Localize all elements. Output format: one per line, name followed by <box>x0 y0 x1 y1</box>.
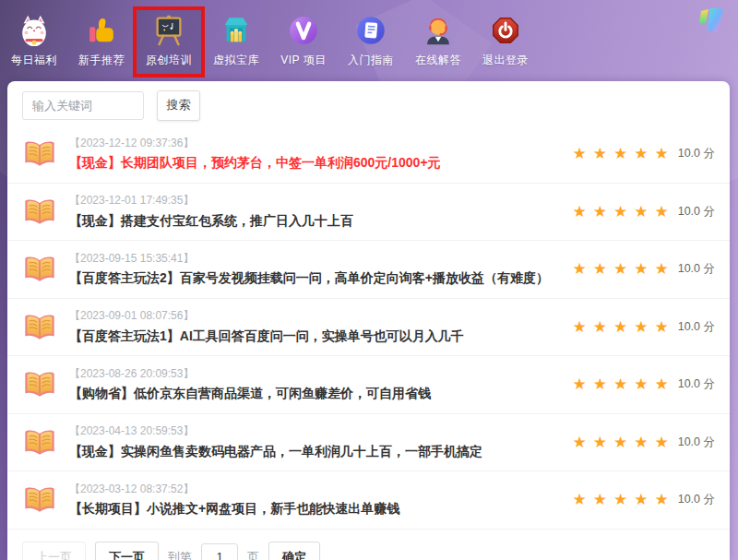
open-book-icon <box>22 369 57 399</box>
open-book-icon <box>22 427 57 458</box>
list-item[interactable]: 【2023-09-15 15:35:41】 【百度答主玩法2】百家号发视频挂载问… <box>7 241 730 299</box>
item-score: 10.0 分 <box>678 376 715 392</box>
open-book-icon <box>22 197 57 227</box>
list-item[interactable]: 【2023-09-01 08:07:56】 【百度答主玩法1】AI工具回答百度问… <box>7 299 730 357</box>
item-rating: ★★★★★ 10.0 分 <box>572 492 715 507</box>
item-date: 【2023-08-26 20:09:53】 <box>69 367 561 382</box>
nav-item-label: 在线解答 <box>415 53 461 68</box>
star-icon: ★ <box>613 376 627 392</box>
list-item[interactable]: 【2023-03-12 08:37:52】 【长期项目】小说推文+网盘项目，新手… <box>7 471 730 530</box>
star-icon: ★ <box>593 492 607 507</box>
star-icon: ★ <box>634 204 648 220</box>
lucky-cat-icon <box>17 13 52 48</box>
item-rating: ★★★★★ 10.0 分 <box>572 204 715 220</box>
star-icon: ★ <box>613 319 627 335</box>
star-icon: ★ <box>634 492 648 507</box>
nav-item-support-agent[interactable]: 在线解答 <box>406 10 470 74</box>
item-date: 【2023-03-12 08:37:52】 <box>69 483 561 497</box>
star-icon: ★ <box>654 261 668 277</box>
pagination: 上一页 下一页 到第 页 确定 <box>7 530 730 560</box>
star-icon: ★ <box>654 204 668 220</box>
blackboard-icon <box>151 13 186 48</box>
star-icon: ★ <box>634 146 648 161</box>
item-title[interactable]: 【百度答主玩法2】百家号发视频挂载问一问，高单价定向询客+播放收益（有难度） <box>69 269 561 286</box>
star-icon: ★ <box>613 261 627 277</box>
star-icon: ★ <box>654 492 668 507</box>
item-rating: ★★★★★ 10.0 分 <box>572 146 715 161</box>
rainbow-logo-icon <box>696 6 728 35</box>
item-score: 10.0 分 <box>678 146 715 161</box>
star-icon: ★ <box>613 146 627 161</box>
nav-item-lucky-cat[interactable]: 每日福利 <box>2 10 66 74</box>
nav-item-treasure-store[interactable]: 虚拟宝库 <box>204 10 268 74</box>
search-button[interactable]: 搜索 <box>157 90 200 121</box>
star-icon: ★ <box>634 376 648 392</box>
item-rating: ★★★★★ 10.0 分 <box>572 376 715 392</box>
item-score: 10.0 分 <box>678 435 715 450</box>
item-score: 10.0 分 <box>678 261 715 277</box>
power-logout-icon <box>488 13 523 48</box>
top-nav: 每日福利 新手推荐 原创培训 虚拟宝库 VIP 项目 入门指南 在线解答 退出登… <box>0 0 738 81</box>
confirm-page-button[interactable]: 确定 <box>268 542 320 560</box>
item-title[interactable]: 【长期项目】小说推文+网盘项目，新手也能快速出单赚钱 <box>69 500 561 517</box>
item-title[interactable]: 【现金】搭建支付宝红包系统，推广日入几十上百 <box>69 212 561 229</box>
star-icon: ★ <box>654 146 668 161</box>
star-icon: ★ <box>654 376 668 392</box>
star-rating: ★★★★★ <box>572 204 668 220</box>
vip-badge-icon <box>286 13 321 48</box>
item-title[interactable]: 【现金】长期团队项目，预约茅台，中签一单利润600元/1000+元 <box>69 154 561 171</box>
support-agent-icon <box>421 13 456 48</box>
star-icon: ★ <box>613 492 627 507</box>
list-item[interactable]: 【2023-12-12 09:37:36】 【现金】长期团队项目，预约茅台，中签… <box>7 125 730 184</box>
open-book-icon <box>22 254 57 284</box>
item-title[interactable]: 【现金】实操闲鱼售卖数码电器产品，一单利润几十上百，一部手机搞定 <box>69 443 561 459</box>
goto-page-prefix: 到第 <box>168 549 192 560</box>
list-item[interactable]: 【2023-04-13 20:59:53】 【现金】实操闲鱼售卖数码电器产品，一… <box>7 414 730 472</box>
list-item[interactable]: 【2023-08-26 20:09:53】 【购物省】低价京东自营商品渠道，可闲… <box>7 356 730 414</box>
nav-item-thumbs-up[interactable]: 新手推荐 <box>69 10 134 74</box>
star-icon: ★ <box>572 435 586 450</box>
star-icon: ★ <box>654 435 668 450</box>
star-rating: ★★★★★ <box>572 319 668 335</box>
star-icon: ★ <box>613 204 627 220</box>
open-book-icon <box>22 312 57 342</box>
item-rating: ★★★★★ 10.0 分 <box>572 319 715 335</box>
star-rating: ★★★★★ <box>572 376 668 392</box>
star-icon: ★ <box>572 204 586 220</box>
nav-item-power-logout[interactable]: 退出登录 <box>473 10 538 74</box>
star-rating: ★★★★★ <box>572 435 668 450</box>
star-rating: ★★★★★ <box>572 261 668 277</box>
nav-item-label: 原创培训 <box>146 53 192 68</box>
project-list: 【2023-12-12 09:37:36】 【现金】长期团队项目，预约茅台，中签… <box>7 125 730 530</box>
nav-item-guide-document[interactable]: 入门指南 <box>339 10 403 74</box>
star-icon: ★ <box>593 376 607 392</box>
nav-item-blackboard[interactable]: 原创培训 <box>137 10 201 74</box>
item-title[interactable]: 【百度答主玩法1】AI工具回答百度问一问，实操单号也可以月入几千 <box>69 328 561 344</box>
thumbs-up-icon <box>84 13 119 48</box>
prev-page-button[interactable]: 上一页 <box>22 542 86 560</box>
star-icon: ★ <box>593 146 607 161</box>
guide-document-icon <box>353 13 388 48</box>
item-date: 【2023-12-01 17:49:35】 <box>69 194 561 209</box>
item-score: 10.0 分 <box>678 492 715 507</box>
next-page-button[interactable]: 下一页 <box>95 542 159 560</box>
star-icon: ★ <box>572 319 586 335</box>
open-book-icon <box>22 138 57 169</box>
treasure-store-icon <box>219 13 254 48</box>
star-icon: ★ <box>634 261 648 277</box>
star-rating: ★★★★★ <box>572 146 668 161</box>
search-bar: 搜索 <box>7 81 730 125</box>
star-rating: ★★★★★ <box>572 492 668 507</box>
star-icon: ★ <box>634 435 648 450</box>
list-item[interactable]: 【2023-12-01 17:49:35】 【现金】搭建支付宝红包系统，推广日入… <box>7 184 730 242</box>
star-icon: ★ <box>634 319 648 335</box>
nav-item-label: 新手推荐 <box>78 53 125 68</box>
page-number-input[interactable] <box>201 543 238 560</box>
item-title[interactable]: 【购物省】低价京东自营商品渠道，可闲鱼赚差价，可自用省钱 <box>69 385 561 401</box>
item-date: 【2023-12-12 09:37:36】 <box>69 137 561 151</box>
star-icon: ★ <box>593 435 607 450</box>
search-input[interactable] <box>22 91 144 120</box>
star-icon: ★ <box>613 435 627 450</box>
star-icon: ★ <box>572 261 586 277</box>
nav-item-vip-badge[interactable]: VIP 项目 <box>271 10 336 74</box>
